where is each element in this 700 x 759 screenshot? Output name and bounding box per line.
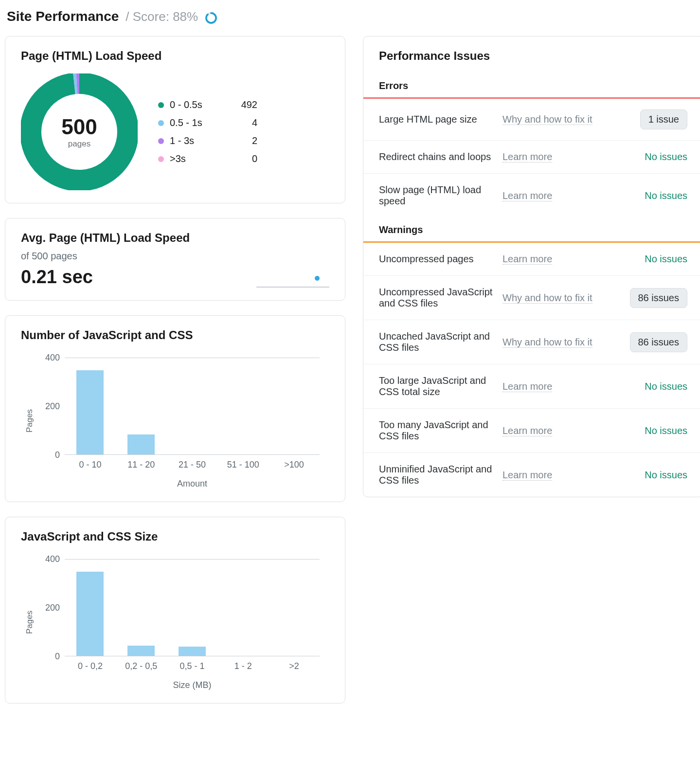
bar-column: 0 - 10 xyxy=(65,358,116,455)
issue-help-link[interactable]: Learn more xyxy=(503,151,552,163)
issue-help-link[interactable]: Why and how to fix it xyxy=(503,337,592,348)
x-tick: 0 - 0,2 xyxy=(78,661,103,671)
card-load-speed: Page (HTML) Load Speed 500 pages 0 - 0.5… xyxy=(5,36,345,203)
issue-help-link[interactable]: Why and how to fix it xyxy=(503,292,592,304)
section-warnings: Warnings xyxy=(363,217,700,243)
issue-row: Unminified JavaScript and CSS filesLearn… xyxy=(363,453,700,497)
bar-column: 11 - 20 xyxy=(116,358,167,455)
issue-name: Uncompressed JavaScript and CSS files xyxy=(379,287,493,309)
card-js-css-size: JavaScript and CSS Size 0 - 0,20,2 - 0,5… xyxy=(5,517,345,704)
bar xyxy=(127,434,155,455)
donut-total-label: pages xyxy=(68,139,90,149)
legend-label: >3s xyxy=(170,153,228,164)
issue-row: Uncached JavaScript and CSS filesWhy and… xyxy=(363,320,700,364)
donut-chart: 500 pages xyxy=(21,73,138,190)
issue-row: Redirect chains and loopsLearn moreNo is… xyxy=(363,141,700,174)
bar-column: 0,2 - 0,5 xyxy=(116,560,167,656)
no-issues-label: No issues xyxy=(645,425,687,436)
page-header: Site Performance / Score: 88% xyxy=(5,5,695,36)
x-axis-label: Amount xyxy=(65,479,320,489)
card-avg-speed: Avg. Page (HTML) Load Speed of 500 pages… xyxy=(5,218,345,301)
no-issues-label: No issues xyxy=(645,381,687,392)
y-axis-label: Pages xyxy=(25,611,35,634)
svg-point-1 xyxy=(206,13,216,23)
issue-name: Uncompressed pages xyxy=(379,253,493,265)
card-js-css-count: Number of JavaScript and CSS 0 - 1011 - … xyxy=(5,315,345,502)
issue-help-link[interactable]: Why and how to fix it xyxy=(503,114,592,125)
issue-name: Redirect chains and loops xyxy=(379,151,493,163)
bar xyxy=(179,647,206,656)
right-column: Performance Issues Errors Large HTML pag… xyxy=(363,36,700,718)
issue-row: Too large JavaScript and CSS total sizeL… xyxy=(363,364,700,409)
errors-list: Large HTML page sizeWhy and how to fix i… xyxy=(363,99,700,217)
spark-dot-icon xyxy=(315,276,320,281)
page-title: Site Performance xyxy=(7,9,119,24)
bar-plot: 0 - 0,20,2 - 0,50,5 - 11 - 2>2 xyxy=(65,559,320,656)
card-title: Avg. Page (HTML) Load Speed xyxy=(21,231,329,245)
issue-row: Large HTML page sizeWhy and how to fix i… xyxy=(363,99,700,141)
legend-count: 492 xyxy=(233,99,257,110)
legend-dot-icon xyxy=(158,120,164,126)
issue-count-badge[interactable]: 86 issues xyxy=(630,332,688,352)
issue-count-badge[interactable]: 86 issues xyxy=(630,288,688,308)
legend-label: 0.5 - 1s xyxy=(170,117,228,128)
card-title: Number of JavaScript and CSS xyxy=(21,328,329,342)
y-axis-label: Pages xyxy=(25,409,35,433)
x-tick: 0 - 10 xyxy=(79,460,101,470)
bar xyxy=(127,646,155,656)
x-tick: >2 xyxy=(289,661,299,671)
legend-dot-icon xyxy=(158,156,164,162)
legend-count: 2 xyxy=(233,135,257,146)
y-tick: 0 xyxy=(21,450,60,460)
x-tick: 0,5 - 1 xyxy=(179,661,204,671)
card-title: Performance Issues xyxy=(363,49,700,63)
card-title: JavaScript and CSS Size xyxy=(21,530,329,543)
issue-name: Slow page (HTML) load speed xyxy=(379,184,493,207)
section-errors: Errors xyxy=(363,73,700,99)
issue-help-link[interactable]: Learn more xyxy=(503,425,552,436)
bar xyxy=(76,370,104,455)
sparkline xyxy=(256,273,329,288)
baseline xyxy=(65,656,320,656)
issue-name: Uncached JavaScript and CSS files xyxy=(379,331,493,353)
issue-row: Too many JavaScript and CSS filesLearn m… xyxy=(363,409,700,453)
warnings-list: Uncompressed pagesLearn moreNo issuesUnc… xyxy=(363,243,700,497)
issue-count-badge[interactable]: 1 issue xyxy=(640,109,687,129)
x-axis-label: Size (MB) xyxy=(65,680,320,690)
no-issues-label: No issues xyxy=(645,190,687,201)
x-tick: >100 xyxy=(284,460,304,470)
x-tick: 1 - 2 xyxy=(234,661,252,671)
legend-label: 1 - 3s xyxy=(170,135,228,146)
bar-plot: 0 - 1011 - 2021 - 5051 - 100>100 xyxy=(65,358,320,455)
bar-column: 1 - 2 xyxy=(217,560,269,656)
x-tick: 0,2 - 0,5 xyxy=(125,661,157,671)
bar-chart: 0 - 1011 - 2021 - 5051 - 100>1000200400P… xyxy=(21,353,329,489)
left-column: Page (HTML) Load Speed 500 pages 0 - 0.5… xyxy=(5,36,345,718)
issue-help-link[interactable]: Learn more xyxy=(503,253,552,265)
issue-row: Uncompressed JavaScript and CSS filesWhy… xyxy=(363,276,700,320)
legend-dot-icon xyxy=(158,138,164,144)
y-tick: 0 xyxy=(21,651,60,662)
bar-column: 0 - 0,2 xyxy=(65,560,116,656)
bar-column: 0,5 - 1 xyxy=(167,560,218,656)
no-issues-label: No issues xyxy=(645,253,687,264)
y-tick: 400 xyxy=(21,554,60,564)
card-title: Page (HTML) Load Speed xyxy=(21,49,329,63)
donut-total: 500 xyxy=(61,115,97,139)
legend-label: 0 - 0.5s xyxy=(170,99,228,110)
issue-name: Too many JavaScript and CSS files xyxy=(379,419,493,442)
bar-column: >2 xyxy=(269,560,320,656)
legend-dot-icon xyxy=(158,102,164,108)
issue-row: Uncompressed pagesLearn moreNo issues xyxy=(363,243,700,276)
baseline xyxy=(65,454,320,455)
issue-help-link[interactable]: Learn more xyxy=(503,190,552,201)
avg-subtitle: of 500 pages xyxy=(21,251,329,262)
bar-column: >100 xyxy=(269,358,320,455)
card-performance-issues: Performance Issues Errors Large HTML pag… xyxy=(363,36,700,497)
y-tick: 400 xyxy=(21,353,60,363)
issue-name: Too large JavaScript and CSS total size xyxy=(379,375,493,398)
avg-value: 0.21 sec xyxy=(21,267,93,288)
issue-help-link[interactable]: Learn more xyxy=(503,470,552,481)
no-issues-label: No issues xyxy=(645,470,687,480)
issue-help-link[interactable]: Learn more xyxy=(503,381,552,392)
